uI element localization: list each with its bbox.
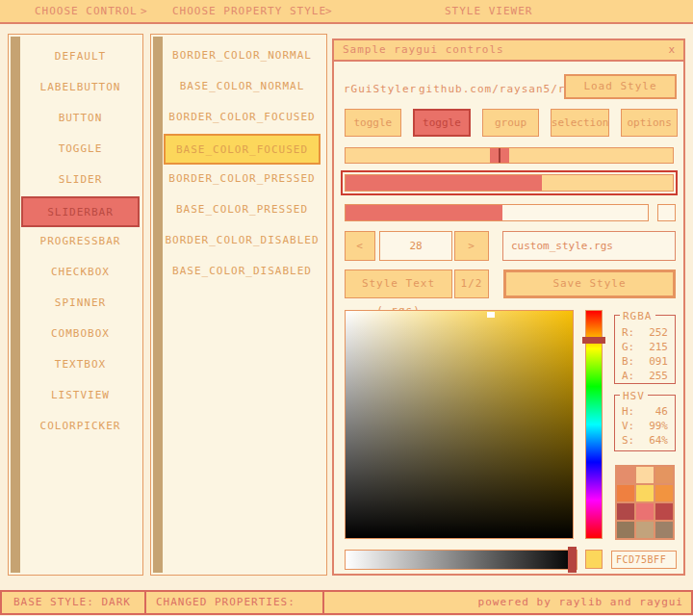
chevron-right-icon: >	[141, 0, 148, 22]
palette-cell[interactable]	[655, 485, 673, 501]
palette-cell[interactable]	[617, 522, 634, 538]
status-powered-by: powered by raylib and raygui	[324, 592, 691, 613]
control-list-item[interactable]: TEXTBOX	[21, 350, 140, 381]
alpha-slider-handle[interactable]	[568, 547, 577, 573]
toggle-button[interactable]: group	[482, 109, 539, 137]
current-color-swatch	[585, 550, 603, 569]
hsv-v-label: V:	[622, 419, 634, 433]
property-list-item[interactable]: BASE_COLOR_NORMAL	[164, 72, 321, 103]
property-list-item[interactable]: BORDER_COLOR_FOCUSED	[164, 103, 321, 134]
palette-cell[interactable]	[617, 503, 634, 520]
hsv-groupbox-title: HSV	[620, 390, 648, 402]
property-list-item[interactable]: BORDER_COLOR_PRESSED	[164, 165, 321, 195]
palette-cell[interactable]	[655, 522, 673, 538]
palette-cell[interactable]	[617, 467, 634, 483]
palette-cell[interactable]	[636, 485, 654, 501]
control-list-item[interactable]: COMBOBOX	[21, 320, 140, 350]
close-icon[interactable]: x	[668, 40, 675, 60]
window-title: Sample raygui controls	[343, 40, 504, 60]
hsv-h-value: 46	[655, 404, 668, 419]
spinner-increment-button[interactable]: >	[454, 231, 489, 261]
breadcrumb-style-viewer: STYLE VIEWER	[445, 0, 532, 22]
rgba-a-label: A:	[622, 369, 634, 383]
control-list-item[interactable]: SPINNER	[21, 289, 140, 320]
palette-cell[interactable]	[636, 467, 654, 483]
property-list-item[interactable]: BASE_COLOR_DISABLED	[164, 257, 321, 288]
sliderbar-focus-outline	[341, 170, 678, 195]
control-list-item[interactable]: COLORPICKER	[21, 412, 140, 443]
control-list-item[interactable]: BUTTON	[21, 104, 140, 135]
sliderbar-fill	[346, 175, 542, 191]
toggle-button[interactable]: selection	[551, 109, 610, 137]
rguistyler-app: CHOOSE CONTROL > CHOOSE PROPERTY STYLE >…	[0, 0, 693, 616]
control-list-panel: DEFAULT LABELBUTTON BUTTON TOGGLE SLIDER…	[8, 34, 143, 576]
rgba-r-label: R:	[622, 325, 634, 340]
color-picker-sv-panel[interactable]	[345, 310, 574, 539]
property-list-scrollbar[interactable]	[153, 37, 163, 573]
property-list-item[interactable]: BASE_COLOR_PRESSED	[164, 195, 321, 226]
control-list-item[interactable]: SLIDER	[21, 166, 140, 196]
breadcrumb-choose-control[interactable]: CHOOSE CONTROL	[35, 0, 138, 22]
hsv-s-value: 64%	[649, 433, 668, 448]
control-list: DEFAULT LABELBUTTON BUTTON TOGGLE SLIDER…	[21, 35, 140, 575]
control-list-item[interactable]: PROGRESSBAR	[21, 227, 140, 258]
control-list-item[interactable]: LABELBUTTON	[21, 73, 140, 104]
window-titlebar[interactable]: Sample raygui controls x	[334, 40, 683, 62]
status-bar: BASE STYLE: DARK CHANGED PROPERTIES: 130…	[0, 590, 693, 615]
save-style-button[interactable]: Save Style	[503, 270, 676, 298]
palette-cell[interactable]	[636, 503, 654, 520]
hsv-v-value: 99%	[649, 419, 668, 433]
rgba-a-value: 255	[649, 369, 668, 383]
property-list: BORDER_COLOR_NORMAL BASE_COLOR_NORMAL BO…	[164, 35, 321, 575]
breadcrumb-bar: CHOOSE CONTROL > CHOOSE PROPERTY STYLE >…	[0, 0, 693, 24]
spinner-decrement-button[interactable]: <	[345, 231, 375, 261]
spinner-value[interactable]: 28	[379, 231, 452, 261]
rgba-groupbox-title: RGBA	[620, 310, 655, 322]
toggle-button[interactable]: toggle	[345, 109, 401, 137]
palette-cell[interactable]	[636, 522, 654, 538]
rgba-g-label: G:	[622, 340, 634, 354]
status-base-style: BASE STYLE: DARK	[2, 592, 146, 613]
alpha-slider[interactable]	[345, 550, 578, 570]
control-list-item[interactable]: DEFAULT	[21, 42, 140, 73]
toggle-group: toggle toggle group selection options	[345, 109, 678, 137]
control-list-item-selected[interactable]: SLIDERBAR	[21, 196, 140, 227]
toggle-button-active[interactable]: toggle	[413, 109, 472, 137]
rgba-b-label: B:	[622, 354, 634, 369]
rgba-g-value: 215	[649, 340, 668, 354]
hsv-groupbox: HSV H:46 V:99% S:64%	[614, 395, 676, 451]
hsv-h-label: H:	[622, 404, 634, 419]
hsv-s-label: S:	[622, 433, 634, 448]
color-palette-grid	[615, 465, 675, 540]
control-list-item[interactable]: TOGGLE	[21, 135, 140, 166]
control-list-item[interactable]: LISTVIEW	[21, 381, 140, 412]
sample-slider[interactable]	[345, 147, 674, 164]
filename-textbox[interactable]: custom_style.rgs	[502, 231, 676, 261]
sample-sliderbar[interactable]	[345, 174, 674, 192]
page-toggle-button[interactable]: 1/2	[454, 270, 489, 298]
status-changed-properties: CHANGED PROPERTIES: 130	[146, 592, 324, 613]
sample-checkbox[interactable]	[657, 204, 676, 221]
palette-cell[interactable]	[617, 485, 634, 501]
palette-cell[interactable]	[655, 503, 673, 520]
chevron-right-icon: >	[325, 0, 333, 22]
color-picker-cursor[interactable]	[487, 312, 495, 318]
palette-cell[interactable]	[655, 467, 673, 483]
load-style-button[interactable]: Load Style	[564, 74, 677, 99]
toggle-button[interactable]: options	[621, 109, 678, 137]
app-name-label: rGuiStyler	[344, 83, 417, 95]
property-list-item-selected[interactable]: BASE_COLOR_FOCUSED	[164, 134, 321, 165]
property-list-item[interactable]: BORDER_COLOR_NORMAL	[164, 41, 321, 72]
hue-slider[interactable]	[585, 310, 603, 539]
hue-slider-handle[interactable]	[582, 337, 605, 344]
style-text-button[interactable]: Style Text (.rgs)	[345, 270, 452, 298]
sample-progressbar	[345, 204, 649, 221]
progressbar-fill	[346, 205, 502, 220]
slider-handle[interactable]	[490, 148, 509, 163]
control-list-scrollbar[interactable]	[11, 37, 20, 573]
property-list-item[interactable]: BORDER_COLOR_DISABLED	[164, 226, 321, 257]
rgba-r-value: 252	[649, 325, 668, 340]
breadcrumb-choose-property-style[interactable]: CHOOSE PROPERTY STYLE	[172, 0, 326, 22]
control-list-item[interactable]: CHECKBOX	[21, 258, 140, 289]
hex-color-textbox[interactable]: FCD75BFF	[611, 551, 677, 569]
